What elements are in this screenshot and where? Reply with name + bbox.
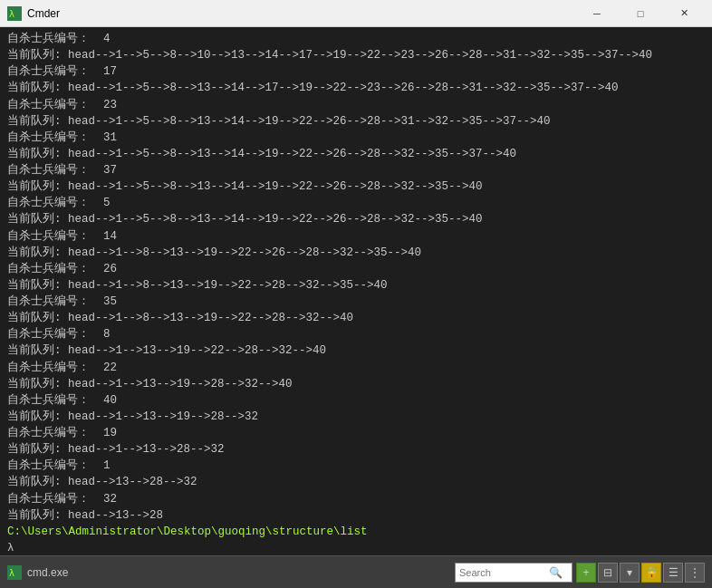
split-button[interactable]: ⊟ xyxy=(598,563,618,583)
close-button[interactable]: ✕ xyxy=(663,0,705,27)
more-button[interactable]: ⋮ xyxy=(685,563,705,583)
terminal-line: 当前队列: head-->1-->8-->13-->19-->22-->28--… xyxy=(7,277,705,294)
terminal-line: 当前队列: head-->1-->5-->8-->13-->14-->19-->… xyxy=(7,211,705,227)
terminal-line: 当前队列: head-->1-->5-->8-->13-->14-->19-->… xyxy=(7,113,705,130)
status-bar: λ cmd.exe 🔍 + ⊟ ▾ 🔒 ☰ ⋮ xyxy=(0,555,712,588)
lock-button[interactable]: 🔒 xyxy=(641,563,661,583)
terminal-line: 自杀士兵编号： 1 xyxy=(7,458,705,474)
minimize-button[interactable]: ─ xyxy=(576,0,618,27)
terminal-line: 自杀士兵编号： 4 xyxy=(7,31,705,47)
settings-button[interactable]: ☰ xyxy=(663,563,683,583)
terminal-line: 当前队列: head-->1-->13-->19-->28-->32-->40 xyxy=(7,376,705,392)
terminal-line: 自杀士兵编号： 17 xyxy=(7,63,705,80)
terminal-line: 当前队列: head-->1-->5-->8-->13-->14-->19-->… xyxy=(7,146,705,162)
terminal-line: 自杀士兵编号： 26 xyxy=(7,261,705,277)
terminal-line: 自杀士兵编号： 14 xyxy=(7,228,705,245)
terminal-area: 自杀士兵编号： 4当前队列: head-->1-->5-->8-->10-->1… xyxy=(0,27,712,555)
terminal-line: C:\Users\Administrator\Desktop\guoqing\s… xyxy=(7,524,705,540)
terminal-line: 当前队列: head-->1-->5-->8-->13-->14-->19-->… xyxy=(7,178,705,195)
terminal-line: 自杀士兵编号： 5 xyxy=(7,195,705,211)
terminal-line: 当前队列: head-->13-->28-->32 xyxy=(7,474,705,490)
terminal-line: 当前队列: head-->1-->13-->28-->32 xyxy=(7,441,705,458)
terminal-line: 自杀士兵编号： 19 xyxy=(7,425,705,441)
search-box[interactable]: 🔍 xyxy=(455,563,572,583)
svg-text:λ: λ xyxy=(9,9,14,19)
cmd-icon: λ xyxy=(7,565,22,580)
status-bar-actions: + ⊟ ▾ 🔒 ☰ ⋮ xyxy=(576,563,705,583)
terminal-line: 当前队列: head-->1-->5-->8-->13-->14-->17-->… xyxy=(7,80,705,96)
app-icon: λ xyxy=(7,6,22,21)
terminal-line: 当前队列: head-->1-->13-->19-->28-->32 xyxy=(7,409,705,425)
maximize-button[interactable]: □ xyxy=(620,0,661,27)
terminal-line: 当前队列: head-->13-->28 xyxy=(7,507,705,524)
title-bar-text: Cmder xyxy=(27,7,576,20)
terminal-line: 自杀士兵编号： 23 xyxy=(7,97,705,113)
terminal-line: 当前队列: head-->1-->13-->19-->22-->28-->32-… xyxy=(7,342,705,359)
terminal-line: 自杀士兵编号： 35 xyxy=(7,294,705,310)
search-button[interactable]: 🔍 xyxy=(546,566,565,579)
terminal-line: 自杀士兵编号： 37 xyxy=(7,162,705,178)
terminal-line: 自杀士兵编号： 8 xyxy=(7,326,705,342)
terminal-line: 当前队列: head-->1-->8-->13-->19-->22-->28--… xyxy=(7,310,705,326)
terminal-line: 自杀士兵编号： 40 xyxy=(7,392,705,409)
terminal-line: 当前队列: head-->1-->5-->8-->10-->13-->14-->… xyxy=(7,47,705,63)
search-input[interactable] xyxy=(456,567,546,578)
title-bar-controls: ─ □ ✕ xyxy=(576,0,705,27)
title-bar: λ Cmder ─ □ ✕ xyxy=(0,0,712,27)
new-tab-button[interactable]: + xyxy=(576,563,596,583)
svg-text:λ: λ xyxy=(9,568,14,578)
terminal-line: 自杀士兵编号： 31 xyxy=(7,130,705,146)
process-label: cmd.exe xyxy=(27,566,455,579)
terminal-line: λ xyxy=(7,540,705,555)
terminal-line: 自杀士兵编号： 22 xyxy=(7,360,705,376)
dropdown-button[interactable]: ▾ xyxy=(620,563,640,583)
terminal-line: 自杀士兵编号： 32 xyxy=(7,491,705,507)
terminal-line: 当前队列: head-->1-->8-->13-->19-->22-->26--… xyxy=(7,245,705,261)
